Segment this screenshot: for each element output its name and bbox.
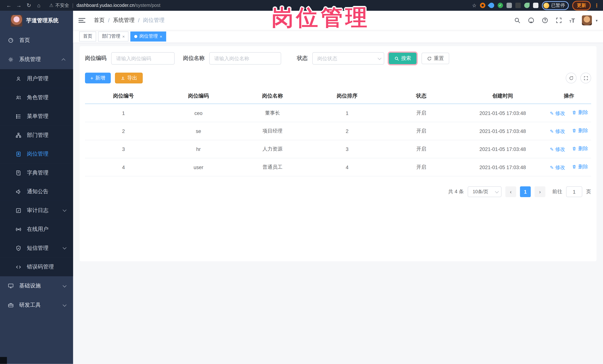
- delete-link[interactable]: 删除: [572, 145, 588, 152]
- sidebar-item-部门管理[interactable]: 部门管理: [0, 126, 73, 145]
- sidebar-item-系统管理[interactable]: 系统管理: [0, 50, 73, 69]
- sidebar-item-错误码管理[interactable]: 错误码管理: [0, 257, 73, 276]
- cell-post-code: user: [162, 164, 235, 170]
- browser-back-icon[interactable]: ←: [4, 2, 14, 8]
- cell-post-id: 3: [85, 146, 162, 152]
- status-select[interactable]: [312, 52, 384, 65]
- page-size-select[interactable]: [468, 186, 501, 197]
- edit-link[interactable]: ✎修改: [550, 128, 565, 135]
- browser-reload-icon[interactable]: ↻: [24, 2, 34, 8]
- cell-post-sort: 4: [310, 164, 384, 170]
- column-header: 创建时间: [458, 93, 547, 99]
- extension-gray-icon[interactable]: [507, 3, 512, 8]
- help-icon[interactable]: [542, 17, 548, 24]
- active-dot-icon: [134, 35, 138, 38]
- app-title: 芋道管理系统: [26, 17, 58, 24]
- delete-link[interactable]: 删除: [572, 163, 588, 170]
- table-row: 4 user 普通员工 4 开启 2021-01-05 17:03:48 ✎修改…: [85, 158, 591, 176]
- browser-forward-icon[interactable]: →: [14, 2, 24, 8]
- sidebar-item-岗位管理[interactable]: 岗位管理: [0, 144, 73, 163]
- sidebar-item-基础设施[interactable]: 基础设施: [0, 276, 73, 296]
- search-button[interactable]: 搜索: [389, 53, 417, 64]
- tags-view-bar: 首页 部门管理 × 岗位管理 ×: [73, 30, 603, 43]
- status-select-value[interactable]: [312, 52, 384, 65]
- sidebar-item-研发工具[interactable]: 研发工具: [0, 296, 73, 315]
- add-button[interactable]: + 新增: [85, 73, 111, 83]
- bookmark-star-icon[interactable]: ☆: [472, 2, 476, 8]
- sidebar-item-通知公告[interactable]: 通知公告: [0, 182, 73, 201]
- sidebar-item-短信管理[interactable]: 短信管理: [0, 239, 73, 258]
- post-code-label: 岗位编码: [85, 55, 106, 62]
- next-page-button[interactable]: ›: [534, 186, 545, 197]
- extension-green-leaf-icon[interactable]: [524, 3, 530, 8]
- edit-icon: ✎: [550, 147, 554, 152]
- refresh-icon: [427, 56, 432, 61]
- chevron-icon: [63, 245, 67, 249]
- view-tab-首页[interactable]: 首页: [79, 31, 96, 41]
- sidebar-item-首页[interactable]: 首页: [0, 31, 73, 50]
- extensions-puzzle-icon[interactable]: [533, 3, 538, 8]
- cell-post-status: 开启: [384, 128, 458, 134]
- extension-dark-badge-icon[interactable]: [515, 3, 521, 8]
- view-tab-岗位管理[interactable]: 岗位管理 ×: [130, 31, 166, 41]
- broadcast-icon: [15, 226, 22, 232]
- post-code-input[interactable]: [111, 52, 175, 65]
- address-bar[interactable]: ⚠ 不安全 | dashboard.yudao.iocoder.cn /syst…: [49, 2, 472, 9]
- gear-icon: [8, 56, 14, 63]
- browser-update-button[interactable]: 更新: [572, 0, 591, 10]
- cell-post-sort: 1: [310, 110, 384, 116]
- sidebar-item-审计日志[interactable]: 审计日志: [0, 201, 73, 220]
- post-name-input[interactable]: [209, 52, 281, 65]
- plus-icon: +: [90, 75, 93, 81]
- user-avatar[interactable]: [582, 15, 592, 25]
- browser-menu-kebab-icon[interactable]: ⋮: [594, 2, 599, 8]
- extension-green-check-icon[interactable]: ✓: [498, 3, 503, 8]
- export-button[interactable]: 导出: [115, 73, 142, 83]
- delete-link[interactable]: 删除: [572, 109, 588, 116]
- edit-link[interactable]: ✎修改: [550, 110, 565, 117]
- column-header: 岗位编码: [162, 93, 235, 99]
- sidebar-item-字典管理[interactable]: 字典管理: [0, 163, 73, 182]
- delete-link[interactable]: 删除: [572, 127, 588, 134]
- sidebar-item-角色管理[interactable]: 角色管理: [0, 88, 73, 107]
- url-path: /system/post: [135, 3, 161, 8]
- pagination: 共 4 条 ‹ 1 › 前往 页: [85, 186, 591, 197]
- fullscreen-icon: [583, 76, 588, 80]
- extension-blue-drop-icon[interactable]: [488, 1, 495, 9]
- sidebar-corner: [0, 357, 7, 364]
- toolbox-icon: [8, 302, 14, 308]
- github-icon[interactable]: [528, 17, 535, 24]
- table-row: 1 ceo 董事长 1 开启 2021-01-05 17:03:48 ✎修改 删…: [85, 104, 591, 122]
- book-icon: [15, 170, 22, 176]
- close-tab-icon[interactable]: ×: [160, 34, 162, 39]
- font-size-icon[interactable]: TT: [569, 17, 575, 23]
- cell-created-time: 2021-01-05 17:03:48: [458, 128, 547, 134]
- column-header: 操作: [547, 93, 591, 99]
- edit-link[interactable]: ✎修改: [550, 146, 565, 153]
- book-icon: [15, 170, 22, 176]
- close-tab-icon[interactable]: ×: [122, 34, 125, 39]
- sidebar-item-在线用户[interactable]: 在线用户: [0, 220, 73, 239]
- table-header-row: 岗位编号岗位编码岗位名称岗位排序状态创建时间操作: [85, 89, 591, 104]
- expand-table-button[interactable]: [580, 73, 591, 83]
- sidebar-item-菜单管理[interactable]: 菜单管理: [0, 107, 73, 126]
- search-icon[interactable]: [514, 17, 521, 24]
- edit-link[interactable]: ✎修改: [550, 164, 565, 171]
- logo-image: [11, 15, 22, 26]
- breadcrumb-system[interactable]: 系统管理: [113, 17, 135, 24]
- avatar-caret-icon[interactable]: ▾: [596, 18, 598, 22]
- sidebar-item-用户管理[interactable]: 用户管理: [0, 69, 73, 88]
- extension-orange-icon[interactable]: [480, 3, 485, 8]
- view-tab-部门管理[interactable]: 部门管理 ×: [98, 31, 129, 41]
- app-logo[interactable]: 芋道管理系统: [0, 11, 73, 31]
- refresh-table-button[interactable]: [566, 73, 577, 83]
- reset-button[interactable]: 重置: [421, 53, 449, 64]
- goto-page-input[interactable]: [566, 186, 582, 197]
- profile-paused-button[interactable]: 已暂停: [542, 1, 569, 10]
- breadcrumb-home[interactable]: 首页: [94, 17, 105, 24]
- hamburger-icon[interactable]: [79, 18, 85, 23]
- current-page-button[interactable]: 1: [520, 186, 531, 197]
- prev-page-button[interactable]: ‹: [505, 186, 516, 197]
- fullscreen-icon[interactable]: [556, 17, 562, 24]
- browser-home-icon[interactable]: ⌂: [34, 2, 44, 8]
